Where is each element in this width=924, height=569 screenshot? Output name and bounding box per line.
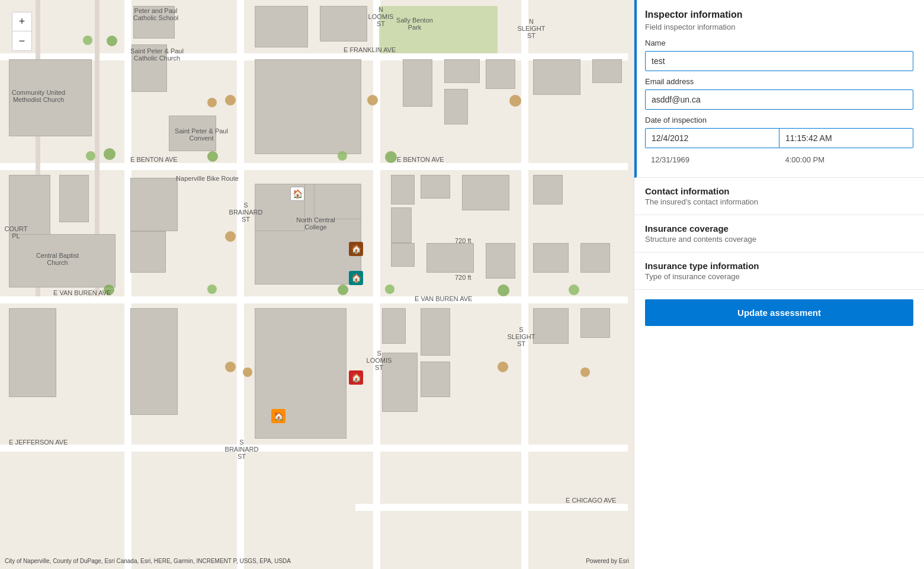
tree-orange [498, 362, 508, 372]
coverage-title: Insurance coverage [645, 223, 913, 234]
park [379, 6, 498, 53]
name-input[interactable] [645, 51, 913, 71]
map-icon-white[interactable]: 🏠 [290, 187, 304, 201]
building [592, 59, 622, 83]
street-sleight [521, 0, 528, 569]
date-row-secondary: 12/31/1969 4:00:00 PM [645, 152, 913, 168]
contact-title: Contact information [645, 186, 913, 196]
building [533, 59, 580, 95]
inspector-section: Inspector information Field inspector in… [634, 0, 924, 178]
tree-orange [243, 367, 252, 377]
insurance-type-subtitle: Type of insurance coverage [645, 272, 913, 281]
tree [338, 284, 348, 295]
building [580, 243, 610, 273]
building [533, 308, 569, 344]
tree [207, 284, 217, 294]
building [131, 44, 167, 92]
tree-orange [225, 95, 236, 106]
building [391, 175, 415, 204]
building [382, 353, 418, 412]
zoom-out-button[interactable]: − [12, 31, 31, 50]
tree-orange [207, 98, 217, 107]
update-assessment-button[interactable]: Update assessment [645, 299, 913, 326]
building [533, 175, 563, 204]
building [314, 184, 361, 219]
zoom-in-button[interactable]: + [12, 12, 31, 31]
inspector-title: Inspector information [645, 9, 913, 20]
date-row-primary [645, 128, 913, 148]
insurance-type-section[interactable]: Insurance type information Type of insur… [634, 252, 924, 290]
street-vanburen [0, 296, 628, 303]
contact-section[interactable]: Contact information The insured's contac… [634, 178, 924, 215]
coverage-section[interactable]: Insurance coverage Structure and content… [634, 215, 924, 252]
inspector-subtitle: Field inspector information [645, 23, 913, 31]
building [486, 243, 515, 279]
street-brainard [237, 0, 244, 569]
tree [207, 151, 218, 162]
tree [83, 36, 92, 45]
insurance-type-title: Insurance type information [645, 261, 913, 271]
building [9, 234, 116, 287]
tree [385, 284, 394, 294]
map-icon-orange[interactable]: 🏠 [271, 409, 285, 423]
building [130, 308, 178, 415]
tree-orange [509, 95, 521, 107]
date-input[interactable] [645, 128, 779, 148]
tree [498, 284, 509, 296]
building [533, 243, 569, 273]
building [421, 362, 450, 397]
time-input[interactable] [779, 128, 913, 148]
building [320, 6, 367, 41]
building [444, 89, 468, 124]
powered-by: Powered by Esri [586, 558, 629, 564]
building [130, 178, 178, 231]
map-icon-brown[interactable]: 🏠 [349, 242, 363, 256]
tree [107, 36, 117, 46]
building [255, 59, 361, 154]
building [255, 308, 346, 439]
building-church [9, 59, 92, 136]
tree [338, 151, 347, 161]
street-benton [0, 163, 628, 170]
building [580, 308, 610, 338]
date-label: Date of inspection [645, 116, 913, 124]
building [130, 231, 166, 273]
building [382, 308, 406, 344]
tree [569, 284, 579, 295]
tree [104, 148, 116, 160]
tree [86, 151, 95, 161]
tree-orange [225, 362, 236, 372]
building [169, 116, 216, 151]
building [421, 308, 450, 356]
street-loomis [373, 0, 380, 569]
building [403, 59, 432, 107]
building [486, 59, 515, 89]
building [255, 6, 308, 47]
tree-orange [225, 231, 236, 242]
building [133, 6, 175, 39]
tree-orange [580, 367, 590, 377]
tree-orange [367, 95, 378, 106]
street-chicago [355, 504, 628, 511]
coverage-subtitle: Structure and contents coverage [645, 235, 913, 244]
building [444, 59, 480, 83]
building [391, 243, 415, 267]
email-label: Email address [645, 77, 913, 86]
name-label: Name [645, 39, 913, 47]
building [426, 243, 474, 273]
zoom-controls: + − [12, 12, 32, 51]
email-input[interactable] [645, 89, 913, 110]
contact-subtitle: The insured's contact information [645, 197, 913, 206]
map-icon-red[interactable]: 🏠 [349, 370, 363, 385]
tree [385, 151, 397, 163]
street-v1 [124, 0, 131, 569]
building [9, 308, 56, 397]
time-display-2: 4:00:00 PM [779, 152, 914, 168]
street-jefferson [0, 445, 628, 452]
side-panel: Inspector information Field inspector in… [634, 0, 924, 569]
map-icon-teal[interactable]: 🏠 [349, 271, 363, 285]
building [462, 175, 509, 210]
building [59, 175, 89, 222]
tree [104, 284, 114, 295]
date-display-2: 12/31/1969 [645, 152, 779, 168]
